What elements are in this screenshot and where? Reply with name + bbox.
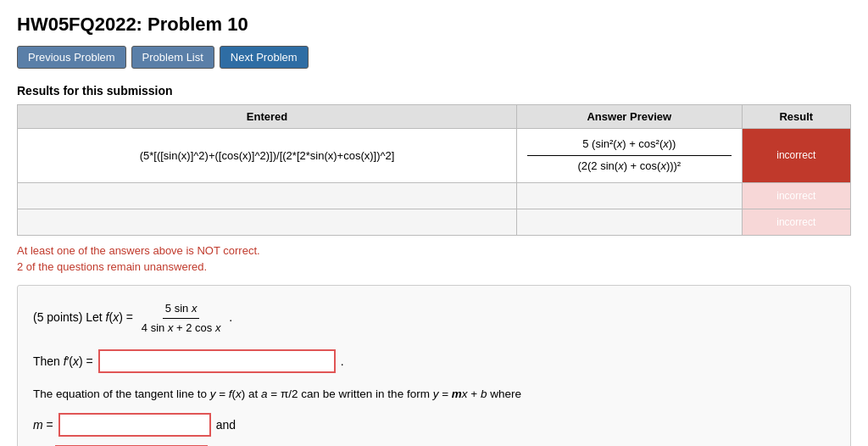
result-cell-1: incorrect [742, 129, 850, 183]
preview-cell-1: 5 (sin²(x) + cos²(x)) (2(2 sin(x) + cos(… [517, 129, 742, 183]
fprime-row: Then f′(x) = . [33, 349, 835, 373]
preview-cell-3 [517, 209, 742, 235]
problem-box: (5 points) Let f(x) = 5 sin x 4 sin x + … [17, 285, 851, 446]
entered-cell-2 [18, 182, 517, 209]
table-row: incorrect [18, 182, 851, 209]
points-label: (5 points) [33, 310, 82, 324]
m-input[interactable] [58, 413, 211, 437]
result-cell-3: incorrect [742, 209, 850, 235]
col-preview: Answer Preview [517, 105, 742, 129]
page-title: HW05FQ2022: Problem 10 [17, 14, 851, 36]
problem-statement: (5 points) Let f(x) = 5 sin x 4 sin x + … [33, 299, 835, 337]
tangent-inputs: m = and b = . [33, 413, 835, 446]
entered-cell-3 [18, 209, 517, 235]
feedback-error1: At least one of the answers above is NOT… [17, 244, 851, 257]
next-problem-button[interactable]: Next Problem [220, 46, 309, 69]
col-result: Result [742, 105, 850, 129]
nav-buttons: Previous Problem Problem List Next Probl… [17, 46, 851, 69]
table-row: (5*[([sin(x)]^2)+([cos(x)]^2)])/[(2*[2*s… [18, 129, 851, 183]
results-table: Entered Answer Preview Result (5*[([sin(… [17, 104, 851, 236]
denominator: 4 sin x + 2 cos x [139, 319, 224, 337]
fprime-input[interactable] [98, 349, 336, 373]
entered-cell-1: (5*[([sin(x)]^2)+([cos(x)]^2)])/[(2*[2*s… [18, 129, 517, 183]
and-label: and [216, 418, 236, 432]
m-label: m = [33, 418, 53, 432]
let-label: Let f(x) = [86, 310, 136, 324]
table-row: incorrect [18, 209, 851, 235]
problem-list-button[interactable]: Problem List [131, 46, 214, 69]
col-entered: Entered [18, 105, 517, 129]
result-cell-2: incorrect [742, 182, 850, 209]
preview-cell-2 [517, 182, 742, 209]
m-row: m = and [33, 413, 835, 437]
results-heading: Results for this submission [17, 84, 851, 98]
prev-problem-button[interactable]: Previous Problem [17, 46, 126, 69]
fprime-label: Then f′(x) = [33, 354, 93, 368]
feedback-error2: 2 of the questions remain unanswered. [17, 260, 851, 273]
tangent-line-text: The equation of the tangent line to y = … [33, 385, 835, 404]
function-fraction: 5 sin x 4 sin x + 2 cos x [136, 310, 229, 324]
numerator: 5 sin x [163, 299, 200, 319]
